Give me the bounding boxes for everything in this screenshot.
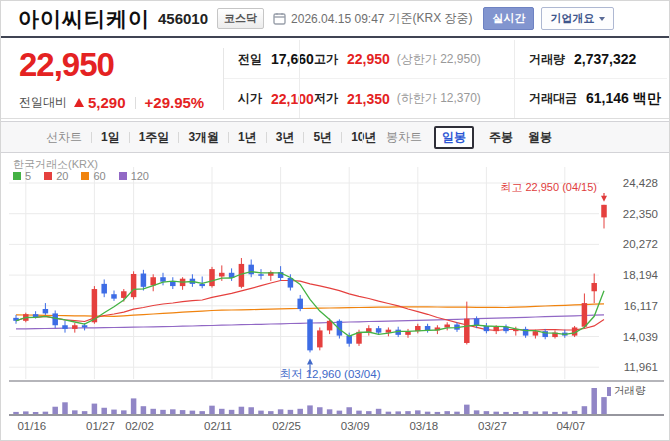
- candle-body: [366, 328, 372, 332]
- candle-body: [591, 283, 597, 291]
- volume-bar: [258, 411, 264, 414]
- ma-legend-item: 5: [13, 170, 31, 182]
- candle-body: [307, 319, 313, 350]
- candle-body: [376, 328, 382, 332]
- candle-body: [131, 274, 137, 297]
- volume-bar: [248, 407, 254, 414]
- volume-bar: [111, 410, 117, 414]
- volume-bar: [229, 410, 235, 414]
- candle-body: [209, 269, 215, 286]
- high-label: 고가: [314, 51, 338, 68]
- clock-icon: [273, 12, 286, 25]
- volume-cell: 거래량 2,737,322: [514, 40, 667, 79]
- candle-body: [72, 325, 78, 329]
- low-arrow-head-icon: [307, 358, 313, 364]
- low-cell: 저가 21,350 (하한가 12,370): [299, 79, 514, 118]
- lower-limit: (하한가 12,370): [397, 90, 481, 107]
- volume-bar: [484, 411, 490, 414]
- tab-candle[interactable]: 일봉: [434, 126, 474, 149]
- amount-label: 거래대금: [529, 90, 577, 107]
- change-label: 전일대비: [19, 94, 67, 111]
- candle-body: [317, 330, 323, 347]
- tab-period[interactable]: 3년: [276, 129, 295, 146]
- volume-bar: [533, 412, 539, 414]
- tab-period[interactable]: 1주일: [139, 129, 170, 146]
- candle-body: [101, 284, 107, 294]
- volume-bar: [92, 404, 98, 414]
- realtime-button[interactable]: 실시간: [483, 7, 534, 30]
- candle-body: [121, 291, 127, 298]
- candle-body: [199, 284, 205, 286]
- volume-bar: [376, 409, 382, 414]
- quote-summary-table: 전일 17,660 고가 22,950 (상한가 22,950) 거래량 2,7…: [224, 40, 667, 118]
- volume-label: 거래량: [529, 51, 565, 68]
- ma-legend-swatch: [44, 172, 52, 180]
- x-axis-label: 02/25: [272, 420, 301, 432]
- volume-bar: [464, 405, 470, 414]
- ma-legend-swatch: [81, 172, 89, 180]
- divider: [129, 132, 130, 143]
- ma-legend-label: 20: [56, 170, 68, 182]
- volume-bar: [317, 407, 323, 414]
- tab-period[interactable]: 1일: [101, 129, 120, 146]
- ma-legend-label: 60: [93, 170, 105, 182]
- divider: [91, 132, 92, 143]
- volume-bar: [121, 410, 127, 414]
- x-axis-label: 03/27: [478, 420, 507, 432]
- volume-bar: [366, 411, 372, 414]
- tab-candle[interactable]: 주봉: [489, 129, 513, 146]
- volume-bar: [444, 411, 450, 414]
- volume-bar: [239, 407, 245, 414]
- stock-detail-page: 아이씨티케이 456010 코스닥 2026.04.15 09:47 기준(KR…: [0, 0, 670, 441]
- price-summary-section: 22,950 전일대비 5,290 +29.95% 전일 17,660 고가 2…: [1, 40, 669, 119]
- y-axis-label: 22,350: [623, 208, 658, 220]
- volume-bar: [131, 398, 137, 414]
- candle-body: [258, 274, 264, 276]
- volume-bar: [82, 411, 88, 414]
- company-overview-button[interactable]: 기업개요: [541, 7, 614, 30]
- volume-bar: [513, 412, 519, 414]
- volume-bar: [43, 412, 49, 414]
- x-axis-label: 03/09: [341, 420, 370, 432]
- ma-legend-item: 60: [81, 170, 105, 182]
- volume-bar: [160, 410, 166, 414]
- x-axis-label: 01/16: [17, 420, 46, 432]
- ma-legend-label: 120: [131, 170, 149, 182]
- x-axis-label: 03/18: [409, 420, 438, 432]
- volume-bar: [288, 410, 294, 414]
- volume-bar: [101, 408, 107, 414]
- volume-bar: [72, 410, 78, 414]
- divider: [341, 132, 342, 143]
- candle-body: [582, 303, 588, 327]
- volume-legend-swatch: [607, 387, 611, 396]
- volume-bar: [52, 407, 58, 414]
- candle-body: [62, 325, 68, 329]
- candle-body: [219, 273, 225, 277]
- low-value: 21,350: [347, 91, 390, 107]
- volume-bar: [346, 407, 352, 414]
- volume-bar: [33, 412, 39, 414]
- high-cell: 고가 22,950 (상한가 22,950): [299, 40, 514, 79]
- tab-candle[interactable]: 월봉: [528, 129, 552, 146]
- divider: [135, 97, 136, 109]
- volume-bar: [601, 397, 607, 414]
- company-overview-label: 기업개요: [550, 11, 594, 26]
- candle-body: [248, 265, 254, 275]
- quote-datetime: 2026.04.15 09:47: [291, 12, 384, 26]
- tab-period[interactable]: 5년: [313, 129, 332, 146]
- header: 아이씨티케이 456010 코스닥 2026.04.15 09:47 기준(KR…: [1, 1, 669, 38]
- y-axis-label: 16,117: [624, 300, 658, 312]
- candlestick-chart: 최고 22,950 (04/15)최저 12,960 (03/04)24,428…: [1, 154, 670, 441]
- volume-bar: [356, 411, 362, 414]
- volume-bar: [62, 402, 68, 414]
- chart-area: 한국거래소(KRX) 52060120 최고 22,950 (04/15)최저 …: [1, 154, 669, 441]
- low-label: 저가: [314, 90, 338, 107]
- tab-period[interactable]: 3개월: [188, 129, 219, 146]
- upper-limit: (상한가 22,950): [397, 51, 481, 68]
- volume-bar: [268, 411, 274, 414]
- candle-chart-group-label: 봉차트: [386, 129, 422, 146]
- candle-body: [150, 277, 156, 285]
- tab-period[interactable]: 1년: [238, 129, 257, 146]
- low-annotation: 최저 12,960 (03/04): [279, 368, 380, 380]
- volume-bar: [13, 412, 19, 414]
